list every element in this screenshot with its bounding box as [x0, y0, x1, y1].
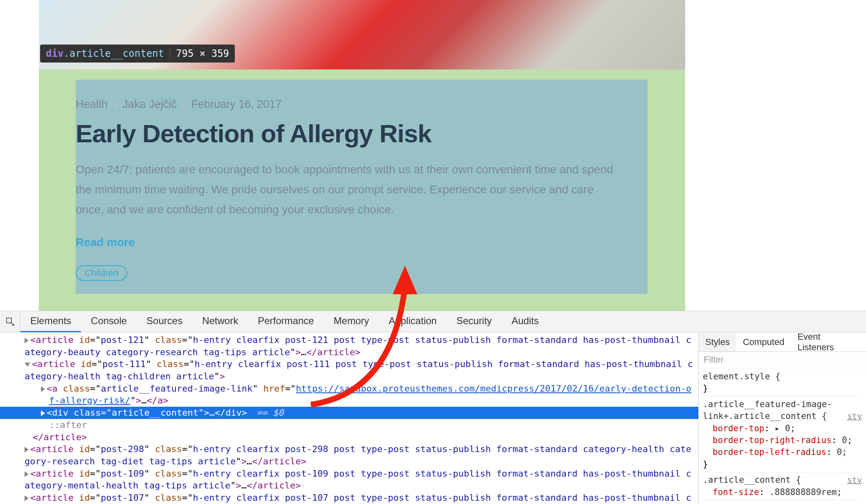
- dom-line[interactable]: <article id="post-298" class="h-entry cl…: [0, 443, 698, 467]
- css-selector[interactable]: .article__featured-image-link+.article__…: [703, 399, 832, 421]
- devtools-tab-network[interactable]: Network: [192, 311, 248, 332]
- dom-line[interactable]: <div class="article__content">…</div> ==…: [0, 407, 698, 419]
- article-excerpt: Open 24/7; patients are encouraged to bo…: [76, 159, 624, 220]
- expand-caret-icon[interactable]: [25, 338, 29, 343]
- css-selector[interactable]: element.style {: [703, 372, 781, 381]
- dom-line[interactable]: <article id="post-107" class="h-entry cl…: [0, 492, 698, 504]
- dom-line[interactable]: <article id="post-109" class="h-entry cl…: [0, 468, 698, 492]
- css-property[interactable]: border-top-right-radius: [713, 435, 832, 445]
- tooltip-class: .article__content: [63, 48, 164, 59]
- dom-line[interactable]: <a class="article__featured-image-link" …: [0, 383, 698, 407]
- devtools-tab-audits[interactable]: Audits: [502, 311, 549, 332]
- devtools-panel: ElementsConsoleSourcesNetworkPerformance…: [0, 311, 866, 504]
- expand-caret-icon[interactable]: [25, 363, 30, 367]
- devtools-tab-sources[interactable]: Sources: [137, 311, 192, 332]
- elements-panel[interactable]: <article id="post-121" class="h-entry cl…: [0, 332, 698, 504]
- devtools-toolbar: ElementsConsoleSourcesNetworkPerformance…: [0, 311, 866, 332]
- stylesheet-link[interactable]: sty: [847, 410, 862, 422]
- article-title[interactable]: Early Detection of Allergy Risk: [76, 119, 648, 148]
- styles-panel: StylesComputedEvent Listeners Filter ele…: [698, 332, 866, 504]
- tooltip-dimensions: 795 × 359: [170, 48, 229, 59]
- read-more-link[interactable]: Read more: [76, 236, 135, 249]
- element-inspector-tooltip: div.article__content 795 × 359: [40, 45, 235, 63]
- article-content-highlight: Health●Jaka Jejčič●February 16, 2017 Ear…: [76, 80, 648, 294]
- css-property[interactable]: font-size: [713, 487, 759, 497]
- devtools-tab-elements[interactable]: Elements: [20, 311, 81, 332]
- author-link[interactable]: Jaka Jejčič: [122, 98, 176, 110]
- category-link[interactable]: Health: [76, 98, 108, 110]
- styles-tab-styles[interactable]: Styles: [699, 332, 736, 352]
- expand-caret-icon[interactable]: [25, 447, 29, 452]
- expand-caret-icon[interactable]: [41, 410, 45, 416]
- devtools-tab-console[interactable]: Console: [81, 311, 137, 332]
- article-date: February 16, 2017: [191, 98, 282, 110]
- dom-line[interactable]: <article id="post-111" class="h-entry cl…: [0, 358, 698, 382]
- devtools-tab-memory[interactable]: Memory: [324, 311, 379, 332]
- devtools-tab-security[interactable]: Security: [447, 311, 502, 332]
- dom-line[interactable]: </article>: [0, 431, 698, 444]
- styles-rules[interactable]: element.style {}.article__featured-image…: [699, 368, 866, 504]
- article-meta: Health●Jaka Jejčič●February 16, 2017: [76, 98, 648, 111]
- css-selector[interactable]: .article__content {: [703, 475, 801, 485]
- devtools-tab-bar: ElementsConsoleSourcesNetworkPerformance…: [20, 311, 549, 332]
- styles-tab-event-listeners[interactable]: Event Listeners: [791, 332, 866, 352]
- expand-caret-icon[interactable]: [25, 471, 29, 477]
- styles-filter-input[interactable]: Filter: [699, 352, 866, 368]
- expand-caret-icon[interactable]: [25, 495, 29, 501]
- css-property[interactable]: border-top-left-radius: [713, 447, 826, 457]
- devtools-tab-application[interactable]: Application: [379, 311, 446, 332]
- inspect-element-icon[interactable]: [0, 311, 20, 332]
- expand-caret-icon[interactable]: [41, 386, 45, 392]
- styles-tab-bar: StylesComputedEvent Listeners: [699, 332, 866, 352]
- webpage-viewport: div.article__content 795 × 359 Health●Ja…: [0, 0, 866, 311]
- tooltip-tag: div: [46, 48, 63, 59]
- devtools-tab-performance[interactable]: Performance: [248, 311, 324, 332]
- stylesheet-link[interactable]: sty: [847, 474, 862, 486]
- styles-tab-computed[interactable]: Computed: [736, 332, 791, 352]
- dom-pseudo[interactable]: ::after: [0, 419, 698, 431]
- css-property[interactable]: border-top: [713, 423, 764, 433]
- tag-pill[interactable]: Children: [76, 265, 127, 281]
- dom-line[interactable]: <article id="post-121" class="h-entry cl…: [0, 334, 698, 358]
